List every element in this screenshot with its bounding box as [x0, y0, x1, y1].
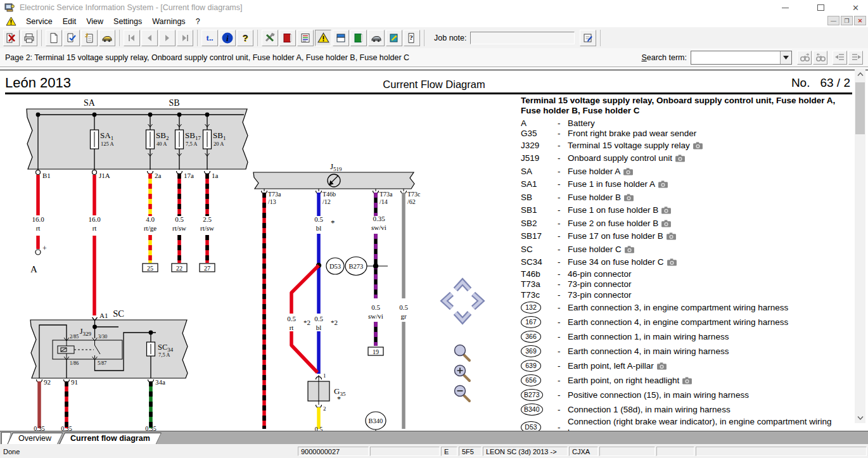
svg-text:20 A: 20 A — [214, 141, 224, 147]
paint-box-button[interactable] — [333, 30, 349, 46]
wire-g35-out: 0.5 — [315, 407, 323, 433]
result-forward-button[interactable] — [848, 51, 863, 65]
menu-settings[interactable]: Settings — [108, 17, 147, 26]
svg-text:4.0: 4.0 — [146, 215, 155, 223]
vehicle-data-button[interactable] — [368, 30, 385, 46]
window-title: Electronic Service Information System - … — [20, 3, 243, 12]
search-previous-button[interactable] — [813, 51, 827, 65]
nav-first-button[interactable] — [124, 30, 140, 46]
svg-text:16.0: 16.0 — [88, 215, 101, 223]
scrollbar-thumb[interactable] — [855, 82, 865, 134]
wire-b1-battery: 16.0 rt + A — [30, 175, 47, 274]
edit-document-button[interactable] — [63, 30, 80, 46]
menu-service[interactable]: Service — [21, 17, 58, 26]
scroll-down-button[interactable] — [855, 412, 865, 423]
t-jump-button[interactable]: t.. — [201, 30, 218, 46]
tab-current-flow-diagram[interactable]: Current flow diagram — [59, 433, 162, 445]
connection-node-b273: B273 — [345, 257, 388, 276]
camera-icon[interactable] — [682, 376, 692, 385]
list-arrow-right-icon — [851, 53, 861, 62]
job-note-input[interactable] — [470, 32, 575, 44]
camera-icon[interactable] — [623, 167, 634, 175]
camera-icon[interactable] — [623, 193, 634, 201]
camera-icon[interactable] — [666, 232, 677, 240]
nav-next-button[interactable] — [159, 30, 176, 46]
search-next-button[interactable] — [797, 51, 812, 65]
nav-next-icon — [162, 32, 173, 44]
tab-overview[interactable]: Overview — [7, 433, 63, 445]
menu-edit[interactable]: Edit — [58, 17, 82, 26]
faq-document-button[interactable]: ? — [404, 30, 420, 46]
nav-last-button[interactable] — [177, 30, 193, 46]
mdi-close-button[interactable]: ✕ — [854, 16, 866, 25]
new-document-button[interactable] — [46, 30, 62, 46]
window-restore-button[interactable] — [817, 4, 824, 11]
result-back-button[interactable] — [833, 51, 847, 65]
camera-icon[interactable] — [661, 219, 672, 227]
camera-icon[interactable] — [692, 141, 703, 149]
mdi-restore-button[interactable]: ❐ — [841, 16, 853, 25]
sa-holder-label: SA — [84, 98, 96, 108]
svg-text:0.5: 0.5 — [314, 315, 323, 322]
window-minimize-button[interactable] — [782, 8, 789, 8]
vertical-scrollbar[interactable] — [855, 68, 865, 423]
zoom-in-button[interactable] — [455, 366, 470, 381]
ground-ref-25: 25 — [147, 265, 153, 272]
toolbar: t.. i ? ? Job note: — [0, 27, 868, 49]
zoom-reset-button[interactable] — [455, 345, 470, 361]
service-book-icon — [353, 32, 364, 44]
camera-icon[interactable] — [624, 245, 635, 253]
menu-help[interactable]: ? — [191, 17, 205, 26]
legend-row-639: 639-Earth point, left A-pillar — [521, 359, 853, 373]
control-unit-j519-box: J519 T73a/13 T46b/12 T73a/14 T73c/62 — [253, 162, 421, 205]
wire-91: 0.35 — [61, 381, 72, 432]
index-list-button[interactable] — [297, 30, 314, 46]
svg-text:*: * — [331, 218, 335, 227]
service-book-button[interactable] — [350, 30, 367, 46]
svg-text:92: 92 — [44, 378, 51, 386]
pan-down-button[interactable] — [456, 313, 469, 321]
pan-up-button[interactable] — [456, 282, 469, 289]
wire-92: 0.35 — [34, 381, 45, 432]
legend-row-j329: J329-Terminal 15 voltage supply relay — [521, 139, 853, 153]
tools-button[interactable] — [262, 30, 278, 46]
pan-right-button[interactable] — [473, 294, 481, 308]
legend-row-d53: D53-Connection (right brake wear indicat… — [521, 417, 853, 432]
zoom-out-button[interactable] — [455, 386, 470, 402]
svg-text:J1A: J1A — [99, 172, 110, 179]
scroll-up-button[interactable] — [855, 68, 865, 79]
search-term-input[interactable] — [691, 51, 780, 64]
search-dropdown-button[interactable] — [780, 51, 791, 64]
parts-catalog-button[interactable] — [386, 30, 402, 46]
svg-text:T73a: T73a — [268, 191, 281, 198]
legend-row-sc34: SC34-Fuse 34 on fuse holder C — [521, 256, 853, 269]
svg-text:rt: rt — [290, 324, 294, 331]
exit-button[interactable] — [3, 30, 20, 46]
camera-icon[interactable] — [661, 206, 672, 214]
camera-icon[interactable] — [656, 362, 667, 370]
wire-t46b-12-blue: 0.5 bl * 0.5 bl *2 — [314, 193, 338, 374]
menu-view[interactable]: View — [81, 17, 108, 26]
window-close-button[interactable]: ✕ — [852, 4, 859, 12]
camera-icon[interactable] — [667, 258, 677, 266]
camera-icon[interactable] — [675, 154, 686, 162]
menu-warnings[interactable]: Warnings — [147, 17, 190, 26]
job-note-edit-icon — [582, 32, 594, 44]
print-button[interactable] — [21, 30, 37, 46]
copy-document-button[interactable] — [81, 30, 98, 46]
warnings-button[interactable] — [315, 30, 331, 46]
info-icon: i — [221, 32, 234, 44]
pan-left-button[interactable] — [444, 294, 452, 308]
mdi-minimize-button[interactable]: — — [827, 16, 839, 25]
nav-previous-button[interactable] — [141, 30, 158, 46]
chevron-down-icon — [783, 56, 789, 60]
page-bar: Page 2: Terminal 15 voltage supply relay… — [0, 48, 868, 67]
help-button[interactable]: ? — [237, 30, 253, 46]
vehicle-button[interactable] — [99, 30, 115, 46]
camera-icon[interactable] — [658, 180, 668, 188]
job-note-edit-button[interactable] — [580, 30, 596, 46]
info-button[interactable]: i — [219, 30, 236, 46]
manual-book-icon — [282, 32, 293, 44]
svg-text:*2: *2 — [331, 319, 338, 326]
manual-book-button[interactable] — [279, 30, 296, 46]
